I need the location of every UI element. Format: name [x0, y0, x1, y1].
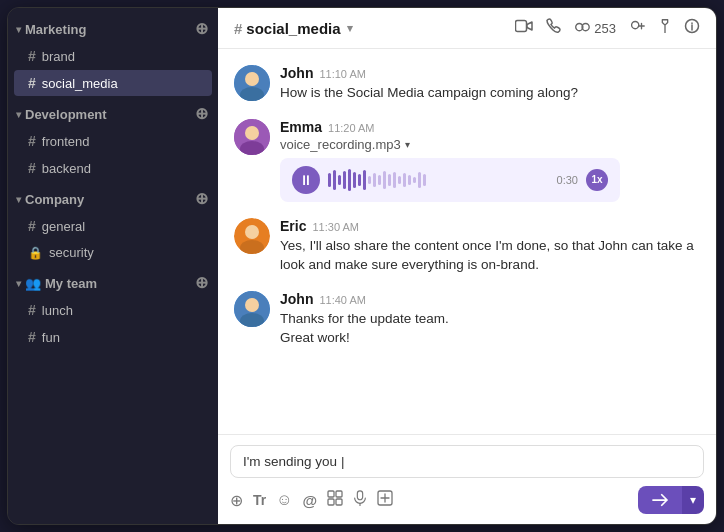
voice-filename: voice_recording.mp3 — [280, 137, 401, 152]
sidebar-group-development-header[interactable]: ▾ Development ⊕ — [8, 101, 218, 127]
sidebar-group-marketing-label: Marketing — [25, 22, 86, 37]
mention-icon[interactable]: @ — [303, 492, 318, 509]
messages-area[interactable]: John 11:10 AM How is the Social Media ca… — [218, 49, 716, 434]
sidebar-group-development-label: Development — [25, 107, 107, 122]
waveform-bar — [358, 174, 361, 186]
svg-rect-17 — [328, 491, 334, 497]
waveform-bar — [328, 173, 331, 187]
message-time: 11:20 AM — [328, 122, 374, 134]
pin-icon[interactable] — [658, 18, 672, 38]
channel-chevron-icon: ▾ — [347, 22, 353, 35]
svg-rect-18 — [336, 491, 342, 497]
waveform-bar — [378, 175, 381, 185]
waveform-bar — [338, 175, 341, 185]
sidebar-group-my-team-label: My team — [45, 276, 97, 291]
hash-icon: # — [28, 48, 36, 64]
add-channel-marketing-icon[interactable]: ⊕ — [195, 21, 208, 37]
sidebar-item-general[interactable]: # general — [14, 213, 212, 239]
phone-call-icon[interactable] — [545, 18, 561, 38]
sidebar-item-fun[interactable]: # fun — [14, 324, 212, 350]
svg-rect-0 — [516, 21, 527, 32]
sidebar-item-backend[interactable]: # backend — [14, 155, 212, 181]
svg-point-9 — [245, 126, 259, 140]
waveform-bar — [383, 171, 386, 189]
add-attachment-icon[interactable]: ⊕ — [230, 491, 243, 510]
sidebar-item-social-media[interactable]: # social_media — [14, 70, 212, 96]
add-channel-development-icon[interactable]: ⊕ — [195, 106, 208, 122]
expand-icon[interactable] — [377, 490, 393, 510]
play-button[interactable]: ⏸ — [292, 166, 320, 194]
waveform — [328, 168, 549, 192]
sidebar-group-marketing: ▾ Marketing ⊕ # brand # social_media — [8, 16, 218, 97]
sidebar-item-frontend[interactable]: # frontend — [14, 128, 212, 154]
hash-icon: # — [28, 329, 36, 345]
voice-duration: 0:30 — [557, 174, 578, 186]
toolbar: ⊕ Tr ☺ @ — [230, 486, 704, 514]
chevron-down-icon: ▾ — [16, 194, 21, 205]
message-time: 11:40 AM — [319, 294, 365, 306]
add-member-icon[interactable] — [628, 19, 646, 37]
pause-icon: ⏸ — [299, 172, 313, 188]
waveform-bar — [373, 173, 376, 187]
sidebar-item-backend-label: backend — [42, 161, 91, 176]
message-input[interactable]: I'm sending you | — [230, 445, 704, 478]
hash-icon: # — [28, 302, 36, 318]
speed-badge[interactable]: 1x — [586, 169, 608, 191]
svg-rect-21 — [358, 491, 363, 500]
message-row: Eric 11:30 AM Yes, I'll also share the c… — [234, 218, 700, 275]
avatar — [234, 119, 270, 155]
sidebar-item-security[interactable]: 🔒 security — [14, 240, 212, 265]
members-badge[interactable]: 253 — [573, 21, 616, 36]
emoji-icon[interactable]: ☺ — [276, 491, 292, 509]
message-body: John 11:10 AM How is the Social Media ca… — [280, 65, 700, 103]
sidebar-item-brand[interactable]: # brand — [14, 43, 212, 69]
sidebar-group-my-team-header[interactable]: ▾ 👥 My team ⊕ — [8, 270, 218, 296]
svg-rect-19 — [328, 499, 334, 505]
channel-title[interactable]: # social_media ▾ — [234, 20, 353, 37]
sidebar: ▾ Marketing ⊕ # brand # social_media ▾ D… — [8, 8, 218, 524]
waveform-bar — [398, 176, 401, 184]
chevron-down-icon: ▾ — [16, 109, 21, 120]
video-call-icon[interactable] — [515, 19, 533, 37]
add-channel-company-icon[interactable]: ⊕ — [195, 191, 208, 207]
message-text: Yes, I'll also share the content once I'… — [280, 236, 700, 275]
voice-file-label[interactable]: voice_recording.mp3 ▾ — [280, 137, 700, 152]
svg-point-3 — [632, 22, 639, 29]
channel-hash-icon: # — [234, 20, 242, 37]
sidebar-group-my-team: ▾ 👥 My team ⊕ # lunch # fun — [8, 270, 218, 351]
app-container: ▾ Marketing ⊕ # brand # social_media ▾ D… — [7, 7, 717, 525]
microphone-icon[interactable] — [353, 490, 367, 510]
waveform-bar — [348, 169, 351, 191]
sidebar-group-company-label: Company — [25, 192, 84, 207]
media-icon[interactable] — [327, 490, 343, 510]
message-meta: John 11:40 AM — [280, 291, 700, 307]
waveform-bar — [368, 176, 371, 184]
team-emoji-icon: 👥 — [25, 276, 41, 291]
waveform-bar — [418, 172, 421, 188]
svg-point-15 — [245, 298, 259, 312]
sidebar-group-marketing-header[interactable]: ▾ Marketing ⊕ — [8, 16, 218, 42]
lock-icon: 🔒 — [28, 246, 43, 260]
sidebar-item-general-label: general — [42, 219, 85, 234]
message-author: John — [280, 291, 313, 307]
avatar — [234, 291, 270, 327]
send-options-button[interactable]: ▾ — [682, 486, 704, 514]
message-author: John — [280, 65, 313, 81]
sidebar-item-frontend-label: frontend — [42, 134, 90, 149]
sidebar-item-security-label: security — [49, 245, 94, 260]
sidebar-group-company-header[interactable]: ▾ Company ⊕ — [8, 186, 218, 212]
waveform-bar — [423, 174, 426, 186]
sidebar-item-lunch[interactable]: # lunch — [14, 297, 212, 323]
message-row: John 11:40 AM Thanks for the update team… — [234, 291, 700, 348]
chevron-down-icon: ▾ — [405, 139, 410, 150]
add-channel-my-team-icon[interactable]: ⊕ — [195, 275, 208, 291]
info-icon[interactable] — [684, 18, 700, 38]
sidebar-item-social-media-label: social_media — [42, 76, 118, 91]
message-row: John 11:10 AM How is the Social Media ca… — [234, 65, 700, 103]
message-time: 11:10 AM — [319, 68, 365, 80]
main-content: # social_media ▾ — [218, 8, 716, 524]
send-button[interactable] — [638, 486, 682, 514]
avatar — [234, 218, 270, 254]
text-format-icon[interactable]: Tr — [253, 492, 266, 508]
members-count: 253 — [594, 21, 616, 36]
